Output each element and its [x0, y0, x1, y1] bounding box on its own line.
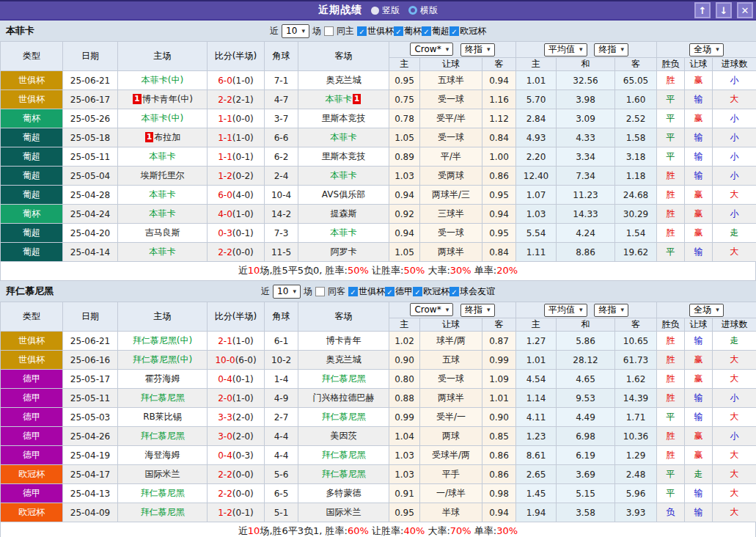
competition-filter-item[interactable]: ✓ 世俱杯 — [357, 25, 394, 37]
bookmaker-select[interactable]: Crow*▾ — [410, 43, 453, 56]
away-team-name: 里斯本竞技 — [322, 113, 366, 123]
match-row: 世俱杯 25-06-16 拜仁慕尼黑(中) 10-0(6-0) 10-2 奥克兰… — [1, 351, 756, 370]
competition-filter-item[interactable]: ✓ 葡超 — [422, 25, 449, 37]
handicap-result-cell: 赢 — [685, 370, 713, 389]
competition-label: 德甲 — [395, 285, 413, 298]
full-score: 1-2 — [218, 508, 232, 518]
page-title: 近期战绩 — [318, 4, 362, 17]
check-icon: ✓ — [358, 27, 366, 37]
corner-cell: 10-2 — [265, 351, 298, 370]
corner-cell: 2-7 — [265, 408, 298, 427]
competition-checkbox[interactable]: ✓ — [348, 287, 358, 296]
avg-draw-odds: 4.65 — [557, 370, 615, 389]
competition-checkbox[interactable]: ✓ — [422, 26, 431, 36]
record-summary: 近10场,胜5平5负0, 胜率:50% 让胜率:50% 大率:30% 单率:20… — [0, 262, 756, 281]
chevron-down-icon: ▾ — [579, 307, 583, 313]
handicap-line: 平/半 — [420, 147, 482, 167]
away-team: 门兴格拉德巴赫 — [298, 389, 389, 408]
result-cell: 胜 — [657, 351, 685, 370]
full-score: 0-4 — [218, 374, 232, 384]
home-team-name: 本菲卡(中) — [142, 75, 183, 85]
half-score: (0-0) — [232, 247, 254, 257]
chevron-down-icon: ▾ — [716, 307, 719, 313]
home-team-name: 国际米兰 — [145, 469, 180, 479]
score-cell: 1-1(0-1) — [208, 147, 265, 167]
competition-checkbox[interactable]: ✓ — [357, 26, 367, 36]
match-row: 德甲 25-04-13 拜仁慕尼黑 2-2(0-0) 6-5 多特蒙德 0.91… — [1, 484, 756, 503]
competition-filter-item[interactable]: ✓ 世俱杯 — [348, 285, 385, 298]
corner-cell: 2-4 — [265, 167, 298, 186]
result-cell: 胜 — [657, 446, 685, 465]
handicap-result-cell: 输 — [685, 503, 713, 522]
competition-badge: 世俱杯 — [1, 71, 63, 90]
result-cell: 胜 — [657, 205, 685, 224]
competition-checkbox[interactable]: ✓ — [394, 26, 403, 36]
same-venue-checkbox[interactable] — [315, 287, 325, 296]
handicap-away-odds: 0.94 — [482, 205, 516, 224]
match-row: 葡杯 25-05-26 本菲卡(中) 1-1(0-0) 3-7 里斯本竞技 0.… — [1, 109, 756, 128]
avg-home-odds: 5.70 — [516, 90, 557, 109]
competition-checkbox[interactable]: ✓ — [385, 287, 394, 296]
avg-draw-odds: 6.98 — [557, 427, 615, 446]
half-score: (2-0) — [232, 431, 254, 442]
home-team: RB莱比锡 — [118, 408, 208, 427]
odds-time-value: 终指 — [598, 43, 616, 56]
col-header-avg-home: 主 — [516, 318, 557, 332]
half-score: (2-0) — [232, 412, 254, 423]
title-bar: 近期战绩 竖版 横版 ↑ ↓ ✕ — [0, 0, 756, 21]
col-header-corner: 角球 — [265, 302, 298, 332]
competition-filter-item[interactable]: ✓ 葡杯 — [394, 25, 422, 37]
result-cell: 平 — [657, 243, 685, 262]
competition-checkbox[interactable]: ✓ — [449, 26, 459, 36]
scope-select[interactable]: 全场▾ — [689, 304, 724, 317]
scope-value: 全场 — [694, 43, 711, 56]
layout-horizontal-radio[interactable]: 横版 — [408, 4, 438, 17]
odds-time-select[interactable]: 终指▾ — [594, 304, 628, 317]
odds-time-select[interactable]: 终指▾ — [594, 43, 628, 56]
competition-filter-item[interactable]: ✓ 德甲 — [385, 285, 413, 298]
move-down-button[interactable]: ↓ — [716, 2, 732, 18]
odds-time-select[interactable]: 终指▾ — [460, 43, 495, 56]
move-up-button[interactable]: ↑ — [694, 2, 711, 18]
competition-filter-item[interactable]: ✓ 球会友谊 — [449, 285, 495, 298]
bookmaker-select[interactable]: Crow*▾ — [410, 303, 453, 316]
competition-filter-item[interactable]: ✓ 欧冠杯 — [449, 25, 486, 37]
average-select[interactable]: 平均值▾ — [544, 43, 587, 56]
scope-value: 全场 — [694, 304, 711, 316]
match-count-value: 10 — [277, 286, 288, 296]
scope-select[interactable]: 全场▾ — [689, 43, 724, 56]
handicap-result-cell: 输 — [685, 332, 713, 351]
competition-badge: 世俱杯 — [1, 90, 63, 109]
handicap-away-odds: 1.01 — [482, 389, 516, 408]
away-team: 本菲卡 — [298, 128, 389, 147]
odds-time-select[interactable]: 终指▾ — [460, 304, 495, 317]
close-button[interactable]: ✕ — [737, 2, 753, 18]
col-header-handicap-away: 客 — [482, 318, 516, 332]
handicap-away-odds: 1.00 — [482, 147, 516, 167]
average-select[interactable]: 平均值▾ — [544, 304, 587, 317]
competition-badge: 德甲 — [1, 446, 63, 465]
half-score: (2-1) — [232, 95, 254, 105]
competition-checkbox[interactable]: ✓ — [413, 287, 422, 296]
close-icon: ✕ — [741, 5, 749, 16]
match-row: 葡超 25-04-20 吉马良斯 0-3(0-1) 7-3 本菲卡 0.94 受… — [1, 224, 756, 243]
match-count-select[interactable]: 10 ▾ — [282, 24, 309, 38]
avg-home-odds: 1.01 — [516, 351, 557, 370]
avg-away-odds: 2.52 — [615, 109, 657, 128]
corner-cell: 1-4 — [265, 370, 298, 389]
match-row: 葡超 25-04-14 本菲卡 2-2(0-0) 11-5 阿罗卡 1.05 两… — [1, 243, 756, 262]
handicap-home-odds: 1.05 — [389, 128, 420, 147]
result-cell: 胜 — [657, 427, 685, 446]
same-venue-checkbox[interactable] — [324, 26, 334, 36]
layout-vertical-radio[interactable]: 竖版 — [371, 4, 400, 17]
match-count-select[interactable]: 10 ▾ — [273, 285, 301, 299]
competition-filter-item[interactable]: ✓ 欧冠杯 — [413, 285, 449, 298]
avg-home-odds: 1.14 — [516, 389, 557, 408]
home-team-name: 拜仁慕尼黑 — [141, 488, 185, 498]
competition-checkbox[interactable]: ✓ — [449, 287, 459, 296]
handicap-away-odds: 0.84 — [482, 128, 516, 147]
handicap-home-odds: 0.95 — [389, 503, 420, 522]
competition-label: 葡杯 — [404, 25, 422, 37]
half-score: (1-0) — [232, 76, 254, 86]
competition-badge: 德甲 — [1, 408, 63, 427]
